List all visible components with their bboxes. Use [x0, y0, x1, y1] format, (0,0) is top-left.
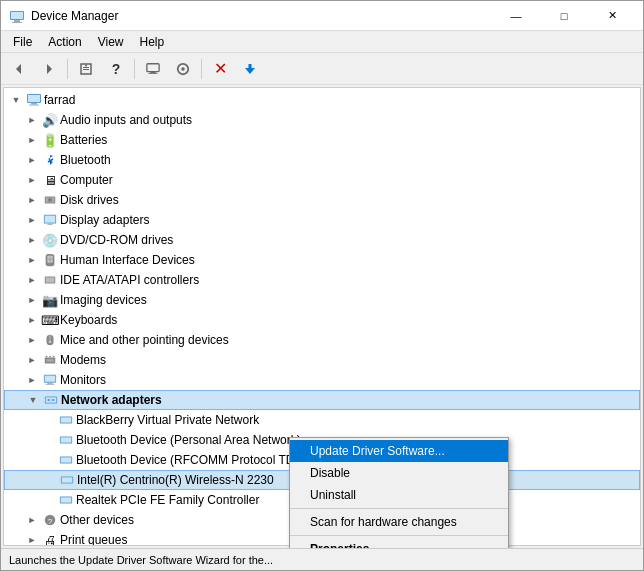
menu-file[interactable]: File: [5, 33, 40, 51]
status-bar: Launches the Update Driver Software Wiza…: [1, 548, 643, 570]
properties-button[interactable]: [72, 56, 100, 82]
tree-item-batteries[interactable]: ► 🔋 Batteries: [4, 130, 640, 150]
disk-expand[interactable]: ►: [24, 192, 40, 208]
computer-device-icon: 🖥: [42, 172, 58, 188]
svg-rect-48: [48, 399, 51, 401]
ide-expand[interactable]: ►: [24, 272, 40, 288]
tree-item-disk[interactable]: ► Disk drives: [4, 190, 640, 210]
tree-item-network[interactable]: ▼ Network adapters: [4, 390, 640, 410]
svg-rect-57: [62, 477, 73, 482]
audio-expand[interactable]: ►: [24, 112, 40, 128]
svg-rect-43: [45, 376, 56, 382]
svg-rect-3: [11, 12, 23, 19]
computer-expand[interactable]: ►: [24, 172, 40, 188]
svg-point-40: [49, 356, 51, 358]
svg-point-36: [49, 340, 52, 343]
window-title: Device Manager: [31, 9, 118, 23]
title-bar: Device Manager — □ ✕: [1, 1, 643, 31]
maximize-button[interactable]: □: [541, 3, 587, 29]
ctx-scan[interactable]: Scan for hardware changes: [290, 511, 508, 533]
mouse-icon: [42, 332, 58, 348]
keyboards-expand[interactable]: ►: [24, 312, 40, 328]
display-device-icon: [42, 212, 58, 228]
title-bar-left: Device Manager: [9, 8, 118, 24]
root-expand-icon[interactable]: ▼: [8, 92, 24, 108]
display-button[interactable]: [139, 56, 167, 82]
menu-help[interactable]: Help: [132, 33, 173, 51]
forward-button[interactable]: [35, 56, 63, 82]
tree-item-audio[interactable]: ► 🔊 Audio inputs and outputs: [4, 110, 640, 130]
svg-rect-18: [28, 95, 40, 102]
svg-marker-15: [245, 68, 255, 74]
keyboards-label: Keyboards: [60, 313, 117, 327]
update-icon: [243, 62, 257, 76]
root-label: farrad: [44, 93, 75, 107]
tree-item-computer[interactable]: ► 🖥 Computer: [4, 170, 640, 190]
tree-item-keyboards[interactable]: ► ⌨ Keyboards: [4, 310, 640, 330]
ide-icon: [42, 272, 58, 288]
svg-point-24: [49, 199, 51, 201]
bluetooth-icon: [42, 152, 58, 168]
imaging-expand[interactable]: ►: [24, 292, 40, 308]
tree-item-bluetooth[interactable]: ► Bluetooth: [4, 150, 640, 170]
bluetooth-label: Bluetooth: [60, 153, 111, 167]
svg-rect-38: [47, 359, 54, 362]
back-button[interactable]: [5, 56, 33, 82]
svg-rect-49: [52, 399, 55, 401]
svg-point-39: [46, 356, 48, 358]
ctx-disable[interactable]: Disable: [290, 462, 508, 484]
help-button[interactable]: ?: [102, 56, 130, 82]
audio-label: Audio inputs and outputs: [60, 113, 192, 127]
ctx-sep-1: [290, 508, 508, 509]
toolbar-sep-2: [134, 59, 135, 79]
menu-view[interactable]: View: [90, 33, 132, 51]
close-button[interactable]: ✕: [589, 3, 635, 29]
computer-icon: [26, 92, 42, 108]
update-button[interactable]: [236, 56, 264, 82]
ctx-update-driver[interactable]: Update Driver Software...: [290, 440, 508, 462]
tree-item-blackberry[interactable]: ► BlackBerry Virtual Private Network: [4, 410, 640, 430]
network-expand[interactable]: ▼: [25, 392, 41, 408]
audio-icon: 🔊: [42, 112, 58, 128]
minimize-button[interactable]: —: [493, 3, 539, 29]
svg-rect-19: [31, 103, 37, 105]
scan-button[interactable]: [169, 56, 197, 82]
svg-rect-7: [83, 67, 89, 68]
tree-item-monitors[interactable]: ► Monitors: [4, 370, 640, 390]
menu-action[interactable]: Action: [40, 33, 89, 51]
tree-item-dvd[interactable]: ► 💿 DVD/CD-ROM drives: [4, 230, 640, 250]
tree-item-modems[interactable]: ► Modems: [4, 350, 640, 370]
tree-item-display[interactable]: ► Display adapters: [4, 210, 640, 230]
modems-expand[interactable]: ►: [24, 352, 40, 368]
toolbar-sep-1: [67, 59, 68, 79]
tree-item-mice[interactable]: ► Mice and other pointing devices: [4, 330, 640, 350]
realtek-label: Realtek PCIe FE Family Controller: [76, 493, 259, 507]
toolbar-sep-3: [201, 59, 202, 79]
other-expand[interactable]: ►: [24, 512, 40, 528]
netcard-icon-blackberry: [58, 412, 74, 428]
network-label: Network adapters: [61, 393, 162, 407]
ctx-properties[interactable]: Properties: [290, 538, 508, 548]
batteries-expand[interactable]: ►: [24, 132, 40, 148]
tree-item-ide[interactable]: ► IDE ATA/ATAPI controllers: [4, 270, 640, 290]
ctx-uninstall[interactable]: Uninstall: [290, 484, 508, 506]
mice-expand[interactable]: ►: [24, 332, 40, 348]
netcard-icon-intel: [59, 472, 75, 488]
dvd-expand[interactable]: ►: [24, 232, 40, 248]
bluetooth-expand[interactable]: ►: [24, 152, 40, 168]
tree-item-hid[interactable]: ► Human Interface Devices: [4, 250, 640, 270]
printq-expand[interactable]: ►: [24, 532, 40, 546]
tree-root[interactable]: ▼ farrad: [4, 90, 640, 110]
blackberry-label: BlackBerry Virtual Private Network: [76, 413, 259, 427]
hid-expand[interactable]: ►: [24, 252, 40, 268]
dvd-label: DVD/CD-ROM drives: [60, 233, 173, 247]
menu-bar: File Action View Help: [1, 31, 643, 53]
uninstall-button[interactable]: ✕: [206, 56, 234, 82]
svg-rect-27: [47, 224, 52, 225]
monitors-expand[interactable]: ►: [24, 372, 40, 388]
back-icon: [12, 62, 26, 76]
btrfcomm-label: Bluetooth Device (RFCOMM Protocol TDI): [76, 453, 302, 467]
display-expand[interactable]: ►: [24, 212, 40, 228]
svg-rect-10: [147, 63, 159, 71]
tree-item-imaging[interactable]: ► 📷 Imaging devices: [4, 290, 640, 310]
